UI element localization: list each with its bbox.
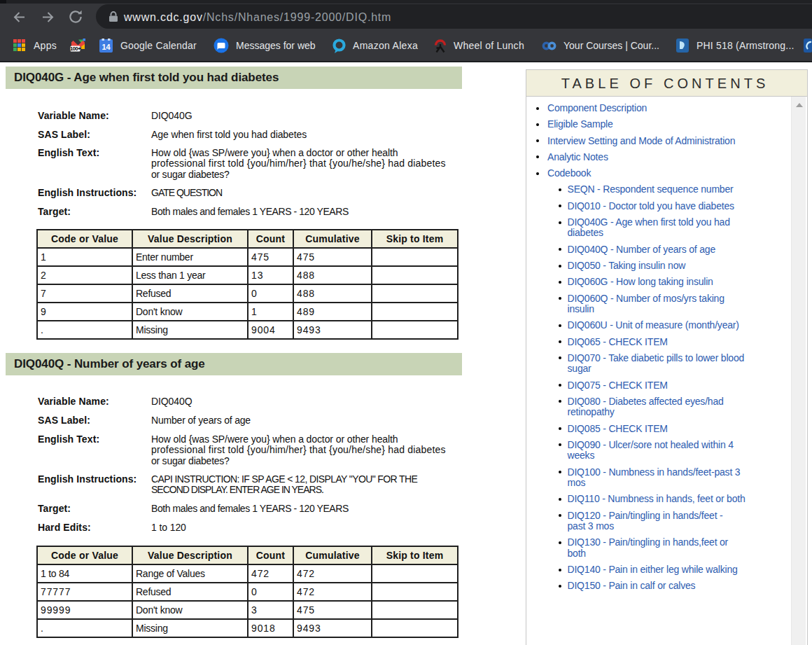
svg-text:14: 14: [102, 43, 111, 51]
svg-text:100+: 100+: [70, 46, 81, 52]
